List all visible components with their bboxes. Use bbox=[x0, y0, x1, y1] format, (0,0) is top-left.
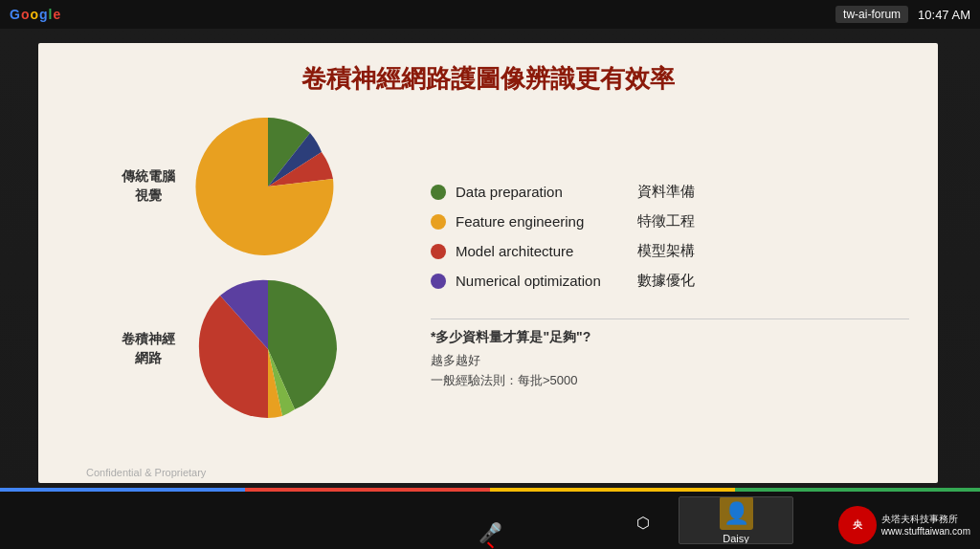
chart-label-traditional: 傳統電腦視覺 bbox=[115, 167, 182, 205]
slide-body: 傳統電腦視覺 bbox=[67, 110, 909, 464]
note-title: *多少資料量才算是"足夠"? bbox=[431, 329, 909, 346]
legend-item-num-opt: Numerical optimization 數據優化 bbox=[431, 272, 909, 290]
mic-icon[interactable]: 🎤 bbox=[479, 522, 502, 543]
watermark: 央 央塔夫科技事務所 www.stufftaiwan.com bbox=[838, 506, 970, 544]
slide-title: 卷積神經網路護圖像辨識更有效率 bbox=[67, 62, 909, 96]
legend-label-feature-eng-en: Feature engineering bbox=[456, 213, 628, 230]
legend-label-feature-eng-zh: 特徵工程 bbox=[637, 212, 695, 231]
watermark-line2: www.stufftaiwan.com bbox=[881, 525, 970, 538]
chart-label-cnn: 卷積神經網路 bbox=[115, 330, 182, 367]
bottom-bar: 👤 Daisy ⬡ 🎤 央 央塔夫科技事務所 www.stufftaiwan.c… bbox=[0, 492, 980, 549]
legend-item-model-arch: Model architecture 模型架構 bbox=[431, 242, 909, 260]
legend-dot-purple bbox=[431, 274, 446, 289]
legend-item-data-prep: Data preparation 資料準備 bbox=[431, 183, 909, 201]
legend-dot-red bbox=[431, 244, 446, 259]
watermark-logo: 央 bbox=[838, 506, 877, 544]
slide-inner: 卷積神經網路護圖像辨識更有效率 傳統電腦視覺 bbox=[38, 43, 938, 483]
legend-side: Data preparation 資料準備 Feature engineerin… bbox=[412, 110, 909, 464]
video-thumbnail: 👤 Daisy bbox=[679, 496, 793, 544]
person-name-label: Daisy bbox=[723, 533, 749, 544]
legend-label-model-arch-zh: 模型架構 bbox=[637, 242, 695, 260]
screen-share-icon[interactable]: ⬡ bbox=[636, 514, 650, 532]
top-bar: Google tw-ai-forum 10:47 AM bbox=[0, 0, 980, 29]
chart-group-cnn: 卷積神經網路 bbox=[115, 273, 345, 426]
legend-label-num-opt-zh: 數據優化 bbox=[637, 272, 695, 290]
mic-area: 🎤 bbox=[479, 521, 502, 544]
watermark-text: 央塔夫科技事務所 www.stufftaiwan.com bbox=[881, 513, 970, 538]
note-section: *多少資料量才算是"足夠"? 越多越好 一般經驗法則：每批>5000 bbox=[431, 318, 909, 391]
legend-item-feature-eng: Feature engineering 特徵工程 bbox=[431, 212, 909, 231]
note-line2: 一般經驗法則：每批>5000 bbox=[431, 371, 909, 391]
slide-photo: 卷積神經網路護圖像辨識更有效率 傳統電腦視覺 bbox=[0, 29, 980, 512]
legend-dot-green bbox=[431, 185, 446, 200]
google-logo: Google bbox=[10, 7, 61, 22]
legend-label-data-prep-zh: 資料準備 bbox=[637, 183, 695, 201]
pie-chart-traditional bbox=[191, 110, 345, 263]
chart-group-traditional: 傳統電腦視覺 bbox=[115, 110, 345, 263]
legend-label-num-opt-en: Numerical optimization bbox=[456, 273, 628, 289]
pie-chart-cnn bbox=[191, 273, 345, 426]
forum-badge: tw-ai-forum bbox=[835, 6, 908, 23]
confidential-text: Confidential & Proprietary bbox=[86, 467, 206, 478]
legend-dot-orange bbox=[431, 214, 446, 230]
time-display: 10:47 AM bbox=[918, 8, 970, 22]
charts-side: 傳統電腦視覺 bbox=[67, 110, 392, 464]
watermark-line1: 央塔夫科技事務所 bbox=[881, 513, 970, 525]
note-line1: 越多越好 bbox=[431, 351, 909, 371]
legend-label-model-arch-en: Model architecture bbox=[456, 243, 628, 259]
legend-label-data-prep-en: Data preparation bbox=[456, 184, 628, 200]
top-right-bar: tw-ai-forum 10:47 AM bbox=[835, 6, 970, 23]
legend-items: Data preparation 資料準備 Feature engineerin… bbox=[431, 183, 909, 290]
